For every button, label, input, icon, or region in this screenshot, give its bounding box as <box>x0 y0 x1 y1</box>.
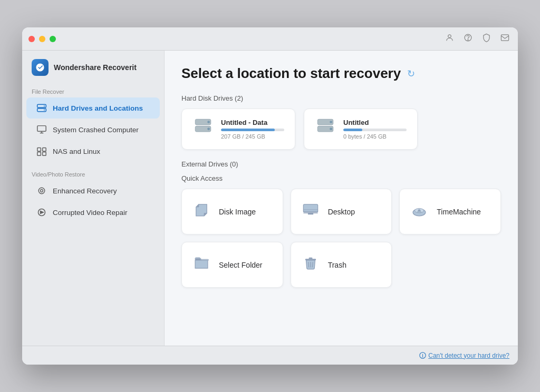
svg-line-33 <box>308 262 308 267</box>
svg-line-35 <box>312 262 313 267</box>
quick-card-select-folder[interactable]: Select Folder <box>181 242 283 288</box>
drive-bar-bg-1 <box>221 129 284 131</box>
system-crashed-icon <box>36 124 47 135</box>
page-title-row: Select a location to start recovery ↻ <box>181 65 501 82</box>
svg-rect-32 <box>305 259 315 260</box>
time-machine-label: TimeMachine <box>437 208 481 216</box>
nas-icon <box>36 145 47 157</box>
svg-point-14 <box>41 190 43 192</box>
bottom-bar: Can't detect your hard drive? <box>22 346 518 365</box>
corrupted-video-icon <box>36 207 47 218</box>
quick-card-desktop[interactable]: Desktop <box>291 189 392 234</box>
drive-icon-1 <box>192 117 214 141</box>
drive-name-2: Untitled <box>343 119 407 126</box>
svg-rect-23 <box>330 128 332 130</box>
sidebar-item-nas-linux[interactable]: NAS and Linux <box>26 141 160 162</box>
traffic-lights <box>28 36 56 42</box>
svg-point-2 <box>468 40 468 40</box>
app-name: Wondershare Recoverit <box>54 63 137 72</box>
drives-grid: Untitled - Data 207 GB / 245 GB <box>181 109 501 150</box>
drive-info-1: Untitled - Data 207 GB / 245 GB <box>221 119 284 140</box>
select-folder-icon <box>192 254 210 276</box>
svg-rect-10 <box>43 148 46 151</box>
quick-access-section-label: Quick Access <box>181 174 501 182</box>
main-content: Wondershare Recoverit File Recover Hard … <box>22 51 518 346</box>
maximize-button[interactable] <box>50 36 56 42</box>
drive-name-1: Untitled - Data <box>221 119 284 126</box>
select-folder-label: Select Folder <box>219 261 262 269</box>
sidebar-label-enhanced-recovery: Enhanced Recovery <box>53 187 117 195</box>
trash-label: Trash <box>328 261 346 269</box>
video-photo-section-label: Video/Photo Restore <box>22 167 164 180</box>
sidebar-label-corrupted-video: Corrupted Video Repair <box>53 209 128 217</box>
hard-disk-section-label: Hard Disk Drives (2) <box>181 94 501 102</box>
drive-size-1: 207 GB / 245 GB <box>221 133 284 140</box>
svg-rect-8 <box>37 126 46 132</box>
sidebar-item-corrupted-video[interactable]: Corrupted Video Repair <box>26 202 160 223</box>
app-window: Wondershare Recoverit File Recover Hard … <box>22 27 518 365</box>
desktop-label: Desktop <box>328 208 355 216</box>
external-drives-section-label: External Drives (0) <box>181 160 501 168</box>
svg-rect-22 <box>330 121 332 123</box>
cant-detect-link[interactable]: Can't detect your hard drive? <box>419 352 509 359</box>
sidebar-item-hard-drives[interactable]: Hard Drives and Locations <box>26 97 160 119</box>
drive-info-2: Untitled 0 bytes / 245 GB <box>343 119 407 140</box>
svg-rect-9 <box>37 148 41 151</box>
content-area: Select a location to start recovery ↻ Ha… <box>165 51 518 346</box>
app-logo: Wondershare Recoverit <box>22 59 164 84</box>
svg-rect-28 <box>308 213 313 214</box>
app-logo-icon <box>32 59 49 76</box>
quick-access-grid: Disk Image Desktop <box>181 189 501 288</box>
sidebar-item-system-crashed[interactable]: System Crashed Computer <box>26 119 160 140</box>
sidebar-label-nas-linux: NAS and Linux <box>53 148 100 155</box>
disk-image-label: Disk Image <box>219 208 256 216</box>
mail-icon[interactable] <box>500 33 509 44</box>
drive-bar-bg-2 <box>343 129 407 131</box>
svg-point-13 <box>38 188 44 193</box>
hard-drives-icon <box>36 102 47 114</box>
minimize-button[interactable] <box>39 36 45 42</box>
svg-rect-19 <box>207 128 210 130</box>
drive-size-2: 0 bytes / 245 GB <box>343 133 407 140</box>
drive-bar-fill-1 <box>221 129 275 131</box>
quick-card-disk-image[interactable]: Disk Image <box>181 189 283 234</box>
cant-detect-label: Can't detect your hard drive? <box>428 352 509 359</box>
trash-icon <box>302 254 320 276</box>
support-icon[interactable] <box>464 33 472 44</box>
disk-image-icon <box>192 201 210 222</box>
svg-rect-12 <box>43 152 46 156</box>
svg-rect-3 <box>501 35 508 41</box>
desktop-icon <box>302 201 320 222</box>
account-icon[interactable] <box>445 33 454 44</box>
svg-point-6 <box>44 105 45 106</box>
drive-card-untitled[interactable]: Untitled 0 bytes / 245 GB <box>304 109 418 150</box>
file-recover-section-label: File Recover <box>22 84 164 97</box>
sidebar-item-enhanced-recovery[interactable]: Enhanced Recovery <box>26 180 160 201</box>
svg-rect-11 <box>37 152 41 156</box>
svg-point-7 <box>44 110 45 111</box>
svg-rect-18 <box>207 121 210 123</box>
quick-card-time-machine[interactable]: TimeMachine <box>399 189 501 234</box>
title-bar <box>22 27 518 51</box>
title-bar-icons <box>445 33 509 44</box>
drive-icon-2 <box>315 117 336 141</box>
drive-card-untitled-data[interactable]: Untitled - Data 207 GB / 245 GB <box>181 109 295 150</box>
refresh-icon[interactable]: ↻ <box>407 68 415 80</box>
sidebar: Wondershare Recoverit File Recover Hard … <box>22 51 165 346</box>
drive-bar-fill-2 <box>343 129 362 131</box>
shield-icon[interactable] <box>482 33 491 44</box>
svg-point-0 <box>448 35 451 38</box>
quick-card-trash[interactable]: Trash <box>291 242 392 288</box>
sidebar-label-hard-drives: Hard Drives and Locations <box>53 104 143 112</box>
sidebar-label-system-crashed: System Crashed Computer <box>53 126 139 134</box>
page-title: Select a location to start recovery <box>181 65 401 82</box>
close-button[interactable] <box>28 36 35 42</box>
svg-rect-24 <box>303 204 317 212</box>
enhanced-recovery-icon <box>36 185 47 197</box>
time-machine-icon <box>410 201 428 222</box>
